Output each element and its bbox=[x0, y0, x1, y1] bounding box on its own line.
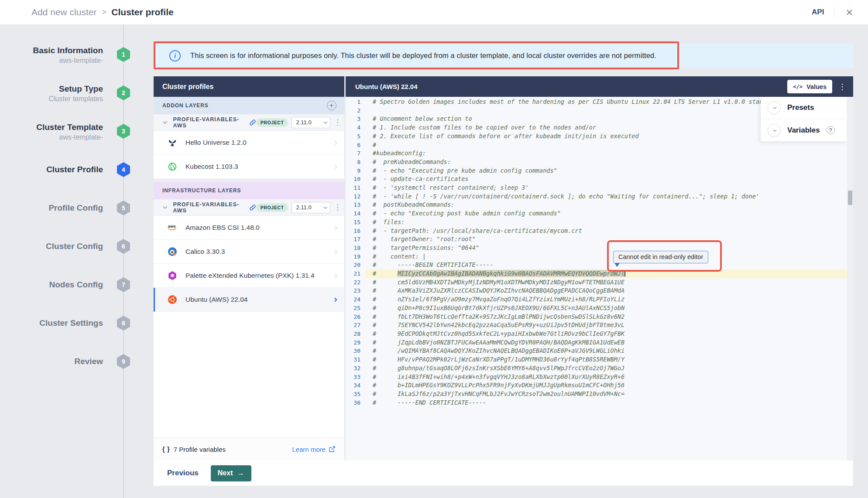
version-select[interactable]: 2.11.0 bbox=[292, 117, 330, 128]
version-select[interactable]: 2.11.0 bbox=[292, 202, 330, 213]
values-button[interactable]: </> Values bbox=[787, 80, 832, 93]
layer-row-calico-3-30-3[interactable]: Calico 3.30.3 bbox=[154, 240, 344, 264]
profile-variables-group-infra[interactable]: PROFILE-VARIABLES-AWS PROJECT 2.11.0 ⋮ bbox=[154, 199, 344, 216]
selected-text: MIICyzCCAbOgAwIBAgIBADANBgkqhkiG9w0BAQsF… bbox=[398, 270, 624, 277]
code-icon: </> bbox=[793, 84, 803, 90]
line-number: 23 bbox=[346, 287, 366, 295]
svg-text:✱: ✱ bbox=[170, 273, 175, 279]
line-content: # - targetPath: /usr/local/share/ca-cert… bbox=[366, 227, 853, 235]
step-subtitle: Cluster templates bbox=[7, 94, 103, 104]
info-banner-text: This screen is for informational purpose… bbox=[190, 51, 656, 60]
svg-text:aws: aws bbox=[168, 224, 176, 229]
step-number-hexagon[interactable]: 1 bbox=[117, 47, 130, 62]
code-line-32: 32# g8uhnpa/tGsaqO8LOFj6zsInKrsXSbE6YMY6… bbox=[346, 364, 853, 373]
profile-variables-group-addon[interactable]: PROFILE-VARIABLES-AWS PROJECT 2.11.0 ⋮ bbox=[154, 114, 344, 131]
line-number: 31 bbox=[346, 355, 366, 364]
editor-side-panel: Presets Variables ? bbox=[761, 97, 847, 142]
layer-row-hello-universe-1-2-0[interactable]: Hello Universe 1.2.0 bbox=[154, 131, 344, 155]
line-number: 16 bbox=[346, 227, 366, 235]
step-number-hexagon[interactable]: 3 bbox=[117, 124, 130, 139]
info-icon: i bbox=[169, 50, 181, 61]
add-layer-button[interactable]: + bbox=[327, 101, 336, 110]
infrastructure-layers-list: awsAmazon EBS CSI 1.48.0Calico 3.30.3✱Pa… bbox=[154, 216, 344, 312]
chevron-down-icon bbox=[323, 205, 327, 208]
step-title: Cluster Profile bbox=[7, 164, 103, 175]
editor-scrollbar[interactable] bbox=[847, 97, 853, 460]
line-content: # -----BEGIN CERTIFICATE----- bbox=[366, 261, 853, 269]
code-line-8: 8# preKubeadmCommands: bbox=[346, 158, 853, 167]
variables-toggle[interactable]: Variables ? bbox=[761, 119, 847, 141]
chevron-down-icon bbox=[323, 120, 327, 123]
profile-variables-label: PROFILE-VARIABLES-AWS bbox=[173, 201, 245, 214]
code-line-34: 34# b+IDLmHPEGsY9KOZ9VLLPcPhx5FR9njFyXvD… bbox=[346, 381, 853, 390]
row-menu-icon[interactable]: ⋮ bbox=[334, 119, 341, 126]
line-content: # cm5ldGVzMB4XDTIwMDkyMjIzNDMyM1oXDTMwMD… bbox=[366, 278, 853, 287]
code-line-36: 36# -----END CERTIFICATE----- bbox=[346, 399, 853, 407]
layer-row-kubecost-1-103-3[interactable]: Kubecost 1.103.3 bbox=[154, 155, 344, 179]
next-button[interactable]: Next → bbox=[211, 465, 251, 481]
line-content: # IkLaSJf6z/p2a3YjTxvHNCqFMLbJ2FvJwYCRzs… bbox=[366, 390, 853, 399]
code-line-35: 35# IkLaSJf6z/p2a3YjTxvHNCqFMLbJ2FvJwYCR… bbox=[346, 390, 853, 399]
step-label: Basic Informationaws-template- bbox=[7, 45, 103, 65]
step-label: Cluster Profile bbox=[7, 164, 103, 175]
presets-toggle[interactable]: Presets bbox=[761, 97, 847, 119]
layer-row-ubuntu-aws-22-04[interactable]: Ubuntu (AWS) 22.04 bbox=[154, 288, 344, 312]
line-content: # - 'while [ ! -S /var/run/containerd/co… bbox=[366, 192, 853, 201]
line-number: 15 bbox=[346, 218, 366, 227]
line-content: # - 'systemctl restart containerd; sleep… bbox=[366, 184, 853, 192]
presets-label: Presets bbox=[787, 103, 814, 112]
line-number: 33 bbox=[346, 373, 366, 382]
previous-button[interactable]: Previous bbox=[167, 469, 199, 478]
step-subtitle: aws-template- bbox=[7, 133, 103, 142]
yaml-editor: Ubuntu (AWS) 22.04 </> Values ⋮ 1# Spect… bbox=[346, 76, 853, 460]
values-label: Values bbox=[806, 83, 827, 90]
code-line-22: 22# cm5ldGVzMB4XDTIwMDkyMjIzNDMyM1oXDTMw… bbox=[346, 278, 853, 287]
layer-name: Ubuntu (AWS) 22.04 bbox=[185, 296, 247, 304]
step-number-hexagon[interactable]: 4 bbox=[117, 162, 130, 177]
row-menu-icon[interactable]: ⋮ bbox=[334, 204, 341, 211]
step-title: Setup Type bbox=[7, 84, 103, 94]
layer-row-palette-extended-kubernetes-pxk-1-31-4[interactable]: ✱Palette eXtended Kubernetes (PXK) 1.31.… bbox=[154, 264, 344, 288]
code-line-18: 18# targetPermissions: "0644" bbox=[346, 244, 853, 252]
code-line-30: 30# /wQIMAYBAf8CAQAwDQYJKoZIhvcNAQELBQAD… bbox=[346, 347, 853, 355]
close-icon[interactable]: ✕ bbox=[845, 8, 853, 17]
addon-layers-label: ADDON LAYERS bbox=[162, 102, 209, 109]
step-number-hexagon[interactable]: 2 bbox=[117, 85, 130, 100]
code-line-14: 14# - echo "Executing post kube admin co… bbox=[346, 209, 853, 218]
breadcrumb-parent[interactable]: Add new cluster bbox=[31, 7, 96, 17]
line-number: 34 bbox=[346, 381, 366, 390]
add-cluster-wizard: { "header": { "breadcrumb_parent": "Add … bbox=[0, 0, 868, 498]
editor-header: Ubuntu (AWS) 22.04 </> Values ⋮ bbox=[346, 76, 853, 97]
api-button[interactable]: API bbox=[812, 8, 824, 17]
chevron-down-icon[interactable] bbox=[768, 124, 781, 137]
line-number: 14 bbox=[346, 209, 366, 218]
code-line-24: 24# nZYs1el/6f9PgV/aO9mzy7MvqaZoFnqO7Qi4… bbox=[346, 295, 853, 304]
scrollbar-thumb[interactable] bbox=[848, 191, 852, 205]
step-number-hexagon[interactable]: 6 bbox=[117, 239, 130, 254]
help-icon[interactable]: ? bbox=[827, 126, 835, 134]
learn-more-link[interactable]: Learn more bbox=[292, 446, 336, 453]
editor-title: Ubuntu (AWS) 22.04 bbox=[355, 83, 418, 90]
editor-body[interactable]: 1# Spectro Golden images includes most o… bbox=[346, 97, 853, 460]
hello-universe-icon bbox=[167, 137, 178, 148]
version-value: 2.11.0 bbox=[296, 204, 311, 211]
code-line-11: 11# - 'systemctl restart containerd; sle… bbox=[346, 184, 853, 192]
line-number: 29 bbox=[346, 338, 366, 347]
step-number-hexagon[interactable]: 7 bbox=[117, 277, 130, 292]
code-line-6: 6# bbox=[346, 141, 853, 150]
step-label: Cluster Config bbox=[7, 241, 103, 252]
chevron-down-icon[interactable] bbox=[768, 101, 781, 114]
info-banner: i This screen is for informational purpo… bbox=[155, 44, 853, 68]
step-number-hexagon[interactable]: 9 bbox=[117, 354, 130, 369]
line-content: # postKubeadmCommands: bbox=[366, 201, 853, 209]
line-content: # jZqpLdbBVjo0NZBTJFUCAwEAAaMmMCQwDgYDVR… bbox=[366, 338, 853, 347]
layer-row-amazon-ebs-csi-1-48-0[interactable]: awsAmazon EBS CSI 1.48.0 bbox=[154, 216, 344, 240]
step-number-hexagon[interactable]: 5 bbox=[117, 201, 130, 215]
code-line-17: 17# targetOwner: "root:root" bbox=[346, 235, 853, 244]
editor-menu-icon[interactable]: ⋮ bbox=[838, 82, 846, 92]
step-label: Review bbox=[7, 356, 103, 367]
chevron-right-icon bbox=[333, 249, 337, 254]
code-line-9: 9# - echo "Executing pre kube admin conf… bbox=[346, 167, 853, 175]
step-number-hexagon[interactable]: 8 bbox=[117, 316, 130, 331]
line-content: # targetOwner: "root:root" bbox=[366, 235, 853, 244]
